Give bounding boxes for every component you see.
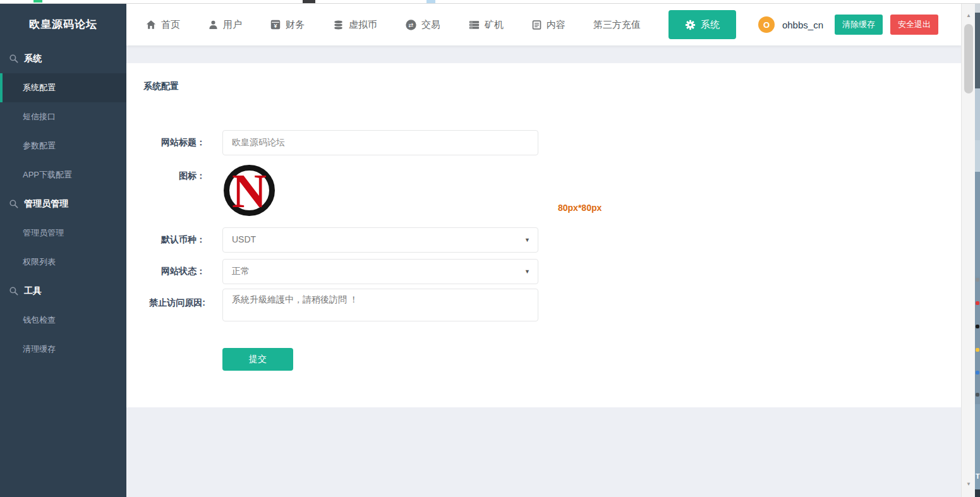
system-config-form: 网站标题： 图标： N 80px*80px 默认币种： USDT ▼ 网站状态： [126,130,821,371]
navbar-user-area: O ohbbs_cn 清除缓存 安全退出 [758,15,961,35]
browser-edge-fragment [303,0,315,3]
default-currency-value: USDT [232,234,256,244]
sidebar-brand-title: 欧皇源码论坛 [0,4,126,44]
site-title-input[interactable] [222,130,538,155]
default-currency-select[interactable]: USDT ▼ [222,227,538,253]
nav-item-thirdparty-recharge[interactable]: 第三方充值 [593,19,641,31]
sidebar-section-system[interactable]: 系统 [0,44,126,73]
site-icon-label: 图标： [126,164,205,182]
svg-text:¥: ¥ [274,23,277,29]
desktop-edge: T [975,0,980,497]
desktop-icon [976,278,979,282]
home-icon [145,19,157,30]
sidebar-section-admin[interactable]: 管理员管理 [0,189,126,219]
sidebar-item-sms-api[interactable]: 短信接口 [0,102,126,131]
forbidden-reason-label: 禁止访问原因: [126,289,205,309]
desktop-edge-segment [975,140,980,172]
sidebar-item-system-config[interactable]: 系统配置 [0,73,126,102]
form-row-site-title: 网站标题： [126,130,821,155]
sidebar-item-clear-cache[interactable]: 清理缓存 [0,335,126,364]
scrollbar-up-arrow-icon[interactable]: ▲ [962,13,976,18]
gear-icon [685,20,696,30]
server-rack-icon [468,19,480,31]
nav-item-miners[interactable]: 矿机 [468,19,504,31]
sidebar-section-label: 系统 [24,53,42,64]
scrollbar-thumb[interactable] [964,24,973,93]
exchange-circle-icon: ⇄ [405,19,417,31]
site-logo-image[interactable]: N [222,164,276,217]
nav-item-label: 虚拟币 [349,19,377,31]
icon-size-hint: 80px*80px [558,203,602,213]
magnifier-icon [9,199,19,209]
nav-item-label: 系统 [701,19,720,31]
nav-item-home[interactable]: 首页 [145,19,180,31]
sidebar-item-param-config[interactable]: 参数配置 [0,131,126,160]
desktop-edge-segment [975,489,980,497]
desktop-icon [976,325,979,328]
desktop-icon [976,371,979,374]
sidebar-section-tools[interactable]: 工具 [0,277,126,306]
sidebar-item-wallet-check[interactable]: 钱包检查 [0,306,126,335]
nav-item-crypto[interactable]: 虚拟币 [332,19,377,31]
desktop-edge-segment [975,88,980,140]
username-text: ohbbs_cn [782,20,823,30]
logout-button[interactable]: 安全退出 [890,15,938,35]
site-status-value: 正常 [232,266,250,276]
forbidden-reason-textarea[interactable]: 系統升級維護中，請稍後訪問 ！ [222,289,538,321]
page-title: 系统配置 [143,81,179,92]
user-icon [208,20,219,30]
magnifier-icon [9,286,19,296]
browser-edge-fragment [426,0,435,3]
magnifier-icon [9,54,19,64]
sidebar-item-permission-list[interactable]: 权限列表 [0,248,126,277]
clear-cache-button[interactable]: 清除缓存 [835,15,883,35]
scrollbar-down-arrow-icon[interactable]: ▼ [962,481,976,487]
coins-stack-icon [332,19,344,31]
form-row-forbidden-reason: 禁止访问原因: 系統升級維護中，請稍後訪問 ！ [126,289,821,321]
form-row-status: 网站状态： 正常 ▼ [126,259,821,284]
site-title-label: 网站标题： [126,130,205,148]
default-currency-label: 默认币种： [126,227,205,246]
admin-dashboard: 欧皇源码论坛 系统 系统配置 短信接口 参数配置 APP下载配置 管理员管理 管… [0,0,980,497]
sidebar-section-label: 工具 [24,285,42,297]
nav-item-label: 用户 [223,19,242,31]
chevron-down-icon: ▼ [524,237,530,243]
sidebar-item-app-download-config[interactable]: APP下载配置 [0,160,126,189]
browser-edge-fragment [33,0,42,3]
svg-text:⇄: ⇄ [409,21,414,28]
nav-item-label: 交易 [421,19,440,31]
desktop-text-fragment: T [976,472,980,480]
nav-item-users[interactable]: 用户 [208,19,242,31]
desktop-edge-segment [975,172,980,277]
site-status-select[interactable]: 正常 ▼ [222,259,538,284]
avatar[interactable]: O [758,16,775,33]
form-row-icon: 图标： N 80px*80px [126,164,821,220]
desktop-icon [976,393,979,397]
desktop-icon [976,301,979,305]
nav-item-label: 矿机 [485,19,504,31]
nav-item-trade[interactable]: ⇄ 交易 [405,19,440,31]
nav-item-system-active[interactable]: 系统 [668,10,736,39]
browser-edge-strip [0,0,980,4]
desktop-icon [976,348,979,352]
nav-item-label: 财务 [286,19,305,31]
nav-item-label: 内容 [547,19,566,31]
chevron-down-icon: ▼ [524,268,530,275]
nav-item-label: 第三方充值 [593,19,641,31]
submit-button[interactable]: 提交 [222,348,293,371]
sidebar: 欧皇源码论坛 系统 系统配置 短信接口 参数配置 APP下载配置 管理员管理 管… [0,4,126,497]
nav-item-finance[interactable]: ¥ 财务 [270,19,305,31]
document-icon [531,20,542,30]
yen-square-icon: ¥ [270,19,281,30]
sidebar-item-admin-manage[interactable]: 管理员管理 [0,219,126,248]
site-status-label: 网站状态： [126,259,205,277]
svg-text:N: N [232,164,267,217]
top-navbar: 首页 用户 ¥ 财务 虚拟币 ⇄ 交易 矿机 内容 第三方充值 [126,4,961,45]
desktop-edge-segment [975,13,980,88]
sidebar-section-label: 管理员管理 [24,198,68,210]
page-scrollbar[interactable]: ▲ ▼ [961,4,975,497]
form-row-currency: 默认币种： USDT ▼ [126,227,821,253]
desktop-edge-segment [975,277,980,404]
nav-item-label: 首页 [161,19,180,31]
nav-item-content[interactable]: 内容 [531,19,566,31]
